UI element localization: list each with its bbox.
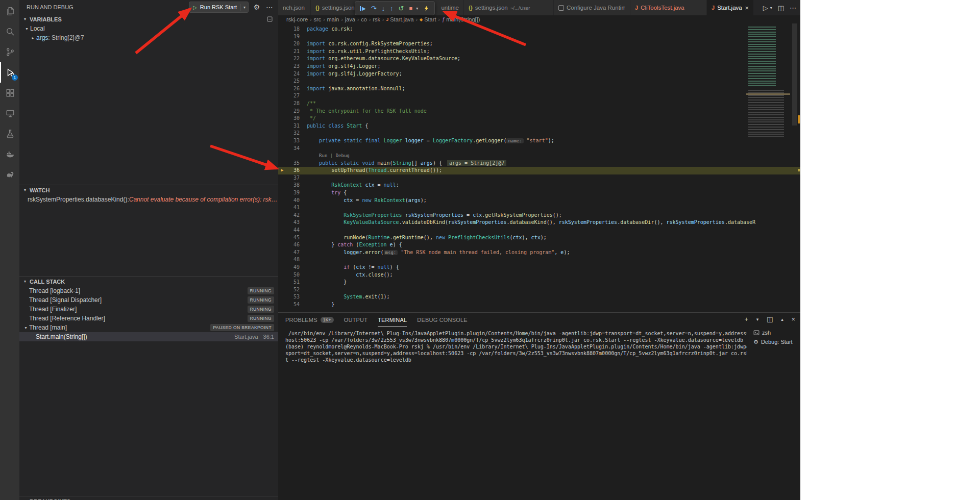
close-panel-icon[interactable]: ×: [791, 315, 795, 323]
collapse-all-icon[interactable]: [266, 16, 273, 22]
breadcrumb-item[interactable]: JStart.java: [386, 16, 413, 22]
terminal-session-debug-start[interactable]: ⚙Debug: Start: [749, 337, 800, 346]
scope-local[interactable]: ▾ Local: [19, 24, 278, 33]
breadcrumb-item[interactable]: java: [345, 16, 355, 22]
code-line[interactable]: 30 */: [278, 115, 800, 122]
code-editor[interactable]: 18package co.rsk;1920import co.rsk.confi…: [278, 23, 800, 312]
breadcrumb-item[interactable]: src: [314, 16, 322, 22]
panel-tab-terminal[interactable]: TERMINAL: [378, 313, 407, 327]
code-line[interactable]: 38 RskContext ctx = null;: [278, 182, 800, 189]
thread-row[interactable]: Thread [Reference Handler]RUNNING: [19, 314, 278, 323]
code-line[interactable]: 26import javax.annotation.Nonnull;: [278, 85, 800, 93]
code-line[interactable]: 29 * The entrypoint for the RSK full nod…: [278, 108, 800, 115]
terminal-session-zsh[interactable]: zsh: [749, 328, 800, 337]
code-line[interactable]: 19: [278, 33, 800, 41]
toolbar-dropdown-icon[interactable]: ▾: [416, 6, 418, 11]
maximize-panel-icon[interactable]: ▴: [779, 317, 785, 322]
code-line[interactable]: 22import org.ethereum.datasource.KeyValu…: [278, 55, 800, 63]
launch-config-select[interactable]: ▷ Run RSK Start ▾: [189, 2, 249, 13]
stack-frame-row[interactable]: Start.main(String[])Start.java36:1: [19, 332, 278, 341]
code-line[interactable]: 47 logger.error(msg: "The RSK node main …: [278, 249, 800, 257]
code-line[interactable]: 37: [278, 174, 800, 182]
code-line[interactable]: 23import org.slf4j.Logger;: [278, 63, 800, 70]
breadcrumb-item[interactable]: ◆Start: [420, 16, 436, 22]
activity-item-search[interactable]: [0, 21, 19, 42]
breadcrumb-item[interactable]: main: [327, 16, 339, 22]
breadcrumb-item[interactable]: co: [361, 16, 367, 22]
watch-header[interactable]: ▾ WATCH: [19, 185, 278, 195]
restart-icon[interactable]: ↺: [399, 5, 404, 12]
code-line[interactable]: 28/**: [278, 100, 800, 108]
thread-row[interactable]: Thread [Signal Dispatcher]RUNNING: [19, 295, 278, 305]
code-line[interactable]: 31public class Start {: [278, 122, 800, 130]
code-line[interactable]: 25: [278, 78, 800, 85]
step-out-icon[interactable]: ↑: [390, 5, 394, 12]
variable-args[interactable]: ▸ args : String[2]@7: [19, 33, 278, 42]
step-into-icon[interactable]: ↓: [382, 5, 385, 12]
code-line[interactable]: 35 public static void main(String[] args…: [278, 160, 800, 167]
code-line[interactable]: 40 ctx = new RskContext(args);: [278, 197, 800, 205]
code-line[interactable]: 50 ctx.close();: [278, 271, 800, 279]
activity-item-source-control[interactable]: [0, 42, 19, 62]
activity-item-explorer[interactable]: [0, 1, 19, 21]
watch-expression[interactable]: rskSystemProperties.databaseKind(): Cann…: [19, 195, 278, 204]
code-line[interactable]: 21import co.rsk.util.PreflightChecksUtil…: [278, 48, 800, 56]
close-icon[interactable]: ×: [745, 5, 749, 11]
more-actions-icon[interactable]: ⋯: [265, 3, 274, 11]
panel-tab-problems[interactable]: PROBLEMS1K+: [285, 313, 334, 327]
code-line[interactable]: 39 try {: [278, 189, 800, 197]
panel-tab-output[interactable]: OUTPUT: [344, 313, 368, 327]
code-line[interactable]: 20import co.rsk.config.RskSystemProperti…: [278, 40, 800, 48]
terminal-output[interactable]: /usr/bin/env /Library/Internet\ Plug-Ins…: [285, 330, 747, 363]
hot-code-replace-icon[interactable]: [423, 5, 430, 12]
run-dropdown-icon[interactable]: ▾: [770, 6, 772, 10]
code-line[interactable]: 34: [278, 145, 800, 153]
step-over-icon[interactable]: ↷: [371, 5, 377, 12]
code-line[interactable]: 33 private static final Logger logger = …: [278, 137, 800, 145]
breadcrumb-item[interactable]: rskj-core: [286, 16, 308, 22]
code-line[interactable]: 51 }: [278, 279, 800, 286]
stop-icon[interactable]: ■: [409, 5, 413, 11]
code-line[interactable]: 42 RskSystemProperties rskSystemProperti…: [278, 212, 800, 219]
tab-start-java[interactable]: JStart.java×: [707, 0, 754, 15]
more-editor-actions-icon[interactable]: ⋯: [790, 4, 796, 12]
activity-item-testing[interactable]: [0, 123, 19, 144]
thread-row[interactable]: ▾Thread [main]PAUSED ON BREAKPOINT: [19, 323, 278, 332]
tab-settings-json[interactable]: {}settings.json: [311, 0, 360, 15]
tab-settings-json[interactable]: {}settings.json~/.../User: [464, 0, 554, 15]
start-debugging-icon[interactable]: ▷: [193, 5, 197, 10]
variables-header[interactable]: ▾ VARIABLES: [19, 14, 278, 24]
code-line[interactable]: 49 if (ctx != null) {: [278, 264, 800, 271]
run-java-file-icon[interactable]: ▷: [763, 4, 768, 12]
activity-item-docker[interactable]: [0, 144, 19, 164]
debug-current-line-arrow-icon[interactable]: ▶: [278, 167, 286, 174]
split-terminal-icon[interactable]: ◫: [767, 315, 773, 323]
split-editor-icon[interactable]: ◫: [778, 4, 784, 12]
code-line[interactable]: 46 } catch (Exception e) {: [278, 241, 800, 249]
code-line[interactable]: 27: [278, 92, 800, 100]
new-terminal-icon[interactable]: +: [745, 315, 749, 323]
chevron-down-icon[interactable]: ▾: [243, 5, 246, 10]
activity-item-gradle[interactable]: [0, 164, 19, 185]
thread-row[interactable]: Thread [logback-1]RUNNING: [19, 286, 278, 295]
code-line[interactable]: 48: [278, 256, 800, 264]
code-line[interactable]: 52: [278, 286, 800, 294]
continue-icon[interactable]: ▶: [360, 6, 366, 11]
codelens-line[interactable]: Run | Debug: [278, 152, 800, 160]
tab-clitoolstest-java[interactable]: JCliToolsTest.java: [630, 0, 707, 15]
code-line[interactable]: 32: [278, 130, 800, 137]
activity-item-remote-explorer[interactable]: [0, 103, 19, 123]
code-line[interactable]: 45 runNode(Runtime.getRuntime(), new Pre…: [278, 234, 800, 242]
minimap[interactable]: [746, 23, 790, 141]
codelens-link[interactable]: Debug: [336, 153, 350, 158]
terminal-picker-dropdown-icon[interactable]: ▾: [754, 317, 761, 322]
code-line[interactable]: 54 }: [278, 301, 800, 309]
code-line[interactable]: 43 KeyValueDataSource.validateDbKind(rsk…: [278, 219, 800, 227]
code-line[interactable]: 24import org.slf4j.LoggerFactory;: [278, 70, 800, 78]
current-execution-line[interactable]: ▶36 setUpThread(Thread.currentThread());: [278, 167, 800, 174]
code-line[interactable]: 18package co.rsk;: [278, 26, 800, 33]
thread-row[interactable]: Thread [Finalizer]RUNNING: [19, 305, 278, 314]
tab-configure-java-runtime[interactable]: Configure Java Runtime: [554, 0, 630, 15]
code-line[interactable]: 53 System.exit(1);: [278, 293, 800, 301]
panel-tab-debug-console[interactable]: DEBUG CONSOLE: [417, 313, 468, 327]
